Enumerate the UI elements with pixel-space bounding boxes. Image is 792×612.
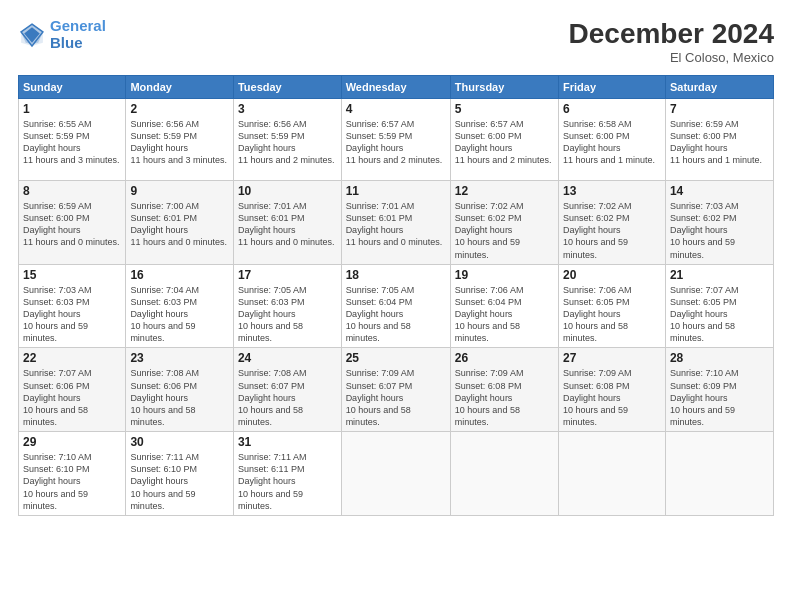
logo-icon — [18, 21, 46, 49]
day-info: Sunrise: 7:06 AM Sunset: 6:04 PM Dayligh… — [455, 284, 554, 345]
col-wednesday: Wednesday — [341, 76, 450, 99]
col-monday: Monday — [126, 76, 234, 99]
day-number: 24 — [238, 351, 337, 365]
table-row: 14 Sunrise: 7:03 AM Sunset: 6:02 PM Dayl… — [665, 181, 773, 265]
table-row: 30 Sunrise: 7:11 AM Sunset: 6:10 PM Dayl… — [126, 432, 234, 516]
day-info: Sunrise: 6:58 AM Sunset: 6:00 PM Dayligh… — [563, 118, 661, 167]
calendar-week-row: 15 Sunrise: 7:03 AM Sunset: 6:03 PM Dayl… — [19, 264, 774, 348]
table-row: 7 Sunrise: 6:59 AM Sunset: 6:00 PM Dayli… — [665, 99, 773, 181]
table-row: 13 Sunrise: 7:02 AM Sunset: 6:02 PM Dayl… — [559, 181, 666, 265]
day-number: 11 — [346, 184, 446, 198]
table-row — [450, 432, 558, 516]
day-info: Sunrise: 7:11 AM Sunset: 6:10 PM Dayligh… — [130, 451, 229, 512]
day-number: 30 — [130, 435, 229, 449]
header: General Blue December 2024 El Coloso, Me… — [18, 18, 774, 65]
table-row: 16 Sunrise: 7:04 AM Sunset: 6:03 PM Dayl… — [126, 264, 234, 348]
col-friday: Friday — [559, 76, 666, 99]
table-row: 19 Sunrise: 7:06 AM Sunset: 6:04 PM Dayl… — [450, 264, 558, 348]
day-number: 28 — [670, 351, 769, 365]
logo-text: General Blue — [50, 18, 106, 51]
table-row: 23 Sunrise: 7:08 AM Sunset: 6:06 PM Dayl… — [126, 348, 234, 432]
calendar-header-row: Sunday Monday Tuesday Wednesday Thursday… — [19, 76, 774, 99]
day-number: 18 — [346, 268, 446, 282]
day-number: 1 — [23, 102, 121, 116]
table-row: 11 Sunrise: 7:01 AM Sunset: 6:01 PM Dayl… — [341, 181, 450, 265]
table-row: 1 Sunrise: 6:55 AM Sunset: 5:59 PM Dayli… — [19, 99, 126, 181]
table-row: 5 Sunrise: 6:57 AM Sunset: 6:00 PM Dayli… — [450, 99, 558, 181]
day-info: Sunrise: 7:09 AM Sunset: 6:08 PM Dayligh… — [563, 367, 661, 428]
day-number: 21 — [670, 268, 769, 282]
calendar-week-row: 1 Sunrise: 6:55 AM Sunset: 5:59 PM Dayli… — [19, 99, 774, 181]
table-row: 18 Sunrise: 7:05 AM Sunset: 6:04 PM Dayl… — [341, 264, 450, 348]
day-number: 10 — [238, 184, 337, 198]
day-number: 25 — [346, 351, 446, 365]
day-number: 6 — [563, 102, 661, 116]
day-info: Sunrise: 7:05 AM Sunset: 6:04 PM Dayligh… — [346, 284, 446, 345]
table-row: 21 Sunrise: 7:07 AM Sunset: 6:05 PM Dayl… — [665, 264, 773, 348]
day-number: 29 — [23, 435, 121, 449]
table-row: 17 Sunrise: 7:05 AM Sunset: 6:03 PM Dayl… — [233, 264, 341, 348]
table-row: 25 Sunrise: 7:09 AM Sunset: 6:07 PM Dayl… — [341, 348, 450, 432]
day-info: Sunrise: 7:10 AM Sunset: 6:09 PM Dayligh… — [670, 367, 769, 428]
day-number: 12 — [455, 184, 554, 198]
day-info: Sunrise: 7:07 AM Sunset: 6:06 PM Dayligh… — [23, 367, 121, 428]
day-info: Sunrise: 7:00 AM Sunset: 6:01 PM Dayligh… — [130, 200, 229, 249]
calendar-week-row: 8 Sunrise: 6:59 AM Sunset: 6:00 PM Dayli… — [19, 181, 774, 265]
calendar-week-row: 22 Sunrise: 7:07 AM Sunset: 6:06 PM Dayl… — [19, 348, 774, 432]
day-number: 23 — [130, 351, 229, 365]
table-row — [665, 432, 773, 516]
table-row — [559, 432, 666, 516]
day-number: 26 — [455, 351, 554, 365]
col-sunday: Sunday — [19, 76, 126, 99]
day-info: Sunrise: 7:10 AM Sunset: 6:10 PM Dayligh… — [23, 451, 121, 512]
col-tuesday: Tuesday — [233, 76, 341, 99]
table-row: 15 Sunrise: 7:03 AM Sunset: 6:03 PM Dayl… — [19, 264, 126, 348]
day-info: Sunrise: 6:57 AM Sunset: 5:59 PM Dayligh… — [346, 118, 446, 167]
col-saturday: Saturday — [665, 76, 773, 99]
day-info: Sunrise: 7:05 AM Sunset: 6:03 PM Dayligh… — [238, 284, 337, 345]
day-info: Sunrise: 7:07 AM Sunset: 6:05 PM Dayligh… — [670, 284, 769, 345]
day-number: 2 — [130, 102, 229, 116]
table-row: 22 Sunrise: 7:07 AM Sunset: 6:06 PM Dayl… — [19, 348, 126, 432]
day-info: Sunrise: 7:03 AM Sunset: 6:02 PM Dayligh… — [670, 200, 769, 261]
day-number: 22 — [23, 351, 121, 365]
table-row: 9 Sunrise: 7:00 AM Sunset: 6:01 PM Dayli… — [126, 181, 234, 265]
logo: General Blue — [18, 18, 106, 51]
title-block: December 2024 El Coloso, Mexico — [569, 18, 774, 65]
table-row: 26 Sunrise: 7:09 AM Sunset: 6:08 PM Dayl… — [450, 348, 558, 432]
day-number: 3 — [238, 102, 337, 116]
table-row — [341, 432, 450, 516]
day-info: Sunrise: 6:59 AM Sunset: 6:00 PM Dayligh… — [23, 200, 121, 249]
day-info: Sunrise: 7:08 AM Sunset: 6:06 PM Dayligh… — [130, 367, 229, 428]
day-number: 7 — [670, 102, 769, 116]
day-info: Sunrise: 7:06 AM Sunset: 6:05 PM Dayligh… — [563, 284, 661, 345]
day-info: Sunrise: 6:57 AM Sunset: 6:00 PM Dayligh… — [455, 118, 554, 167]
table-row: 28 Sunrise: 7:10 AM Sunset: 6:09 PM Dayl… — [665, 348, 773, 432]
day-info: Sunrise: 7:09 AM Sunset: 6:07 PM Dayligh… — [346, 367, 446, 428]
day-number: 16 — [130, 268, 229, 282]
day-info: Sunrise: 7:01 AM Sunset: 6:01 PM Dayligh… — [346, 200, 446, 249]
table-row: 20 Sunrise: 7:06 AM Sunset: 6:05 PM Dayl… — [559, 264, 666, 348]
table-row: 31 Sunrise: 7:11 AM Sunset: 6:11 PM Dayl… — [233, 432, 341, 516]
calendar-table: Sunday Monday Tuesday Wednesday Thursday… — [18, 75, 774, 516]
table-row: 8 Sunrise: 6:59 AM Sunset: 6:00 PM Dayli… — [19, 181, 126, 265]
day-info: Sunrise: 7:09 AM Sunset: 6:08 PM Dayligh… — [455, 367, 554, 428]
logo-blue: Blue — [50, 35, 106, 52]
day-number: 17 — [238, 268, 337, 282]
calendar-week-row: 29 Sunrise: 7:10 AM Sunset: 6:10 PM Dayl… — [19, 432, 774, 516]
day-info: Sunrise: 7:01 AM Sunset: 6:01 PM Dayligh… — [238, 200, 337, 249]
day-info: Sunrise: 7:02 AM Sunset: 6:02 PM Dayligh… — [455, 200, 554, 261]
day-number: 8 — [23, 184, 121, 198]
table-row: 6 Sunrise: 6:58 AM Sunset: 6:00 PM Dayli… — [559, 99, 666, 181]
day-info: Sunrise: 7:11 AM Sunset: 6:11 PM Dayligh… — [238, 451, 337, 512]
day-number: 14 — [670, 184, 769, 198]
logo-general: General — [50, 17, 106, 34]
day-info: Sunrise: 7:04 AM Sunset: 6:03 PM Dayligh… — [130, 284, 229, 345]
day-info: Sunrise: 7:08 AM Sunset: 6:07 PM Dayligh… — [238, 367, 337, 428]
day-info: Sunrise: 6:59 AM Sunset: 6:00 PM Dayligh… — [670, 118, 769, 167]
page: General Blue December 2024 El Coloso, Me… — [0, 0, 792, 612]
day-number: 15 — [23, 268, 121, 282]
day-number: 4 — [346, 102, 446, 116]
day-info: Sunrise: 6:56 AM Sunset: 5:59 PM Dayligh… — [238, 118, 337, 167]
location: El Coloso, Mexico — [569, 50, 774, 65]
